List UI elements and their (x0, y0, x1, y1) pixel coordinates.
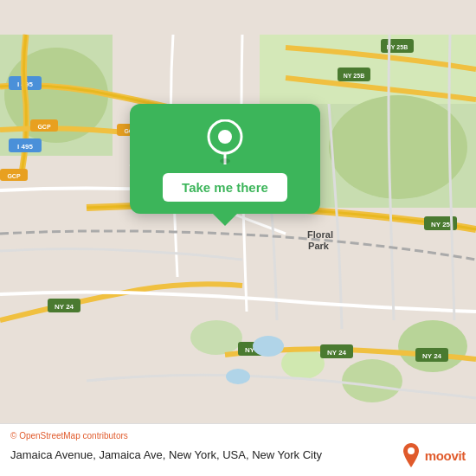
svg-point-5 (329, 95, 467, 199)
svg-point-6 (190, 320, 242, 355)
svg-text:NY 24: NY 24 (55, 303, 74, 311)
svg-text:NY 25: NY 25 (431, 221, 451, 228)
location-name: Jamaica Avenue, Jamaica Ave, New York, U… (10, 448, 249, 461)
svg-point-43 (408, 447, 415, 454)
svg-point-9 (398, 320, 467, 372)
svg-point-8 (342, 359, 402, 402)
popup-card: Take me there (130, 104, 320, 214)
svg-text:GCP: GCP (37, 124, 51, 130)
attribution: © OpenStreetMap contributors (10, 431, 466, 441)
map-container: I 495 I 495 GCP GCP GCP NY 25B NY 25B NY… (0, 0, 476, 476)
svg-point-41 (218, 130, 232, 144)
svg-point-7 (281, 348, 325, 379)
moovit-logo-icon (401, 443, 421, 467)
take-me-there-button[interactable]: Take me there (163, 173, 287, 202)
svg-text:NY 24: NY 24 (422, 352, 442, 360)
attribution-text: © OpenStreetMap contributors (10, 431, 128, 441)
map-svg: I 495 I 495 GCP GCP GCP NY 25B NY 25B NY… (0, 0, 476, 476)
svg-text:NY 25B: NY 25B (344, 73, 364, 79)
city-name: New York City (252, 448, 322, 461)
location-info: Jamaica Avenue, Jamaica Ave, New York, U… (10, 443, 466, 467)
bottom-bar: © OpenStreetMap contributors Jamaica Ave… (0, 423, 476, 476)
svg-text:I 495: I 495 (17, 143, 33, 151)
location-icon-wrap (203, 119, 248, 164)
location-text: Jamaica Avenue, Jamaica Ave, New York, U… (10, 447, 322, 463)
svg-point-38 (253, 336, 284, 357)
moovit-logo: moovit (401, 443, 466, 467)
svg-point-39 (226, 369, 250, 384)
moovit-label: moovit (425, 448, 466, 463)
location-pin-icon (206, 119, 244, 164)
svg-text:NY 24: NY 24 (327, 349, 347, 357)
svg-text:GCP: GCP (7, 173, 21, 179)
svg-text:Floral: Floral (307, 229, 333, 240)
svg-point-42 (220, 158, 230, 164)
svg-text:Park: Park (308, 241, 330, 251)
